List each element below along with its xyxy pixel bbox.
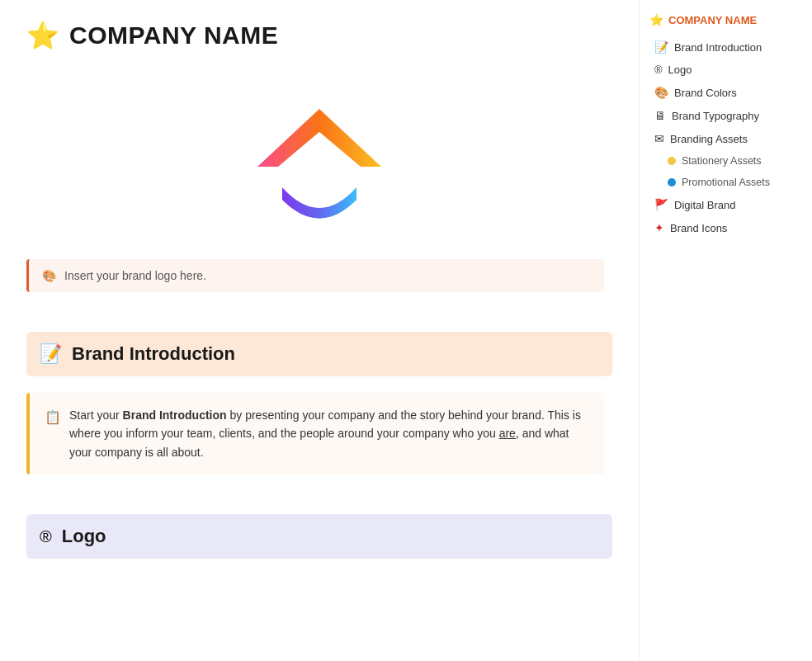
sidebar-item-brand-typography[interactable]: 🖥 Brand Typography (649, 105, 802, 126)
sidebar-star-icon: ⭐ (649, 13, 663, 26)
sidebar-item-brand-colors[interactable]: 🎨 Brand Colors (649, 82, 802, 103)
sidebar-item-logo[interactable]: ® Logo (649, 59, 802, 80)
main-content: ⭐ COMPANY NAME (0, 0, 639, 661)
brand-introduction-icon: 📝 (40, 343, 62, 365)
sidebar-promotional-assets-label: Promotional Assets (682, 177, 770, 188)
intro-underline: are (499, 427, 516, 440)
logo-section-title: Logo (62, 526, 106, 547)
insert-logo-icon: 🎨 (42, 269, 56, 282)
sidebar-item-digital-brand[interactable]: 🚩 Digital Brand (649, 194, 802, 215)
sidebar-logo-label: Logo (668, 64, 692, 76)
insert-logo-notice: 🎨 Insert your brand logo here. (26, 259, 604, 292)
sidebar-brand-intro-icon: 📝 (654, 40, 668, 54)
logo-header: ® Logo (26, 514, 612, 559)
sidebar-item-promotional-assets[interactable]: Promotional Assets (649, 172, 802, 192)
page-title: COMPANY NAME (69, 21, 278, 50)
sidebar-brand-typography-label: Brand Typography (672, 110, 759, 122)
info-box-text: Start your Brand Introduction by present… (69, 406, 589, 461)
sidebar-promotional-dot (668, 178, 676, 186)
page-header: ⭐ COMPANY NAME (26, 20, 612, 51)
logo-section-icon: ® (40, 527, 52, 546)
insert-logo-text: Insert your brand logo here. (64, 269, 206, 282)
sidebar-item-stationery-assets[interactable]: Stationery Assets (649, 151, 802, 171)
sidebar-brand-icons-label: Brand Icons (670, 222, 727, 234)
sidebar-company-name: COMPANY NAME (668, 14, 757, 26)
intro-info-box: 📋 Start your Brand Introduction by prese… (26, 393, 604, 475)
sidebar-brand-colors-icon: 🎨 (654, 86, 668, 99)
sidebar-branding-assets-label: Branding Assets (670, 133, 748, 145)
sidebar-brand-intro-label: Brand Introduction (674, 41, 762, 54)
logo-svg (253, 84, 385, 233)
sidebar-company[interactable]: ⭐ COMPANY NAME (649, 13, 802, 26)
sidebar-item-brand-introduction[interactable]: 📝 Brand Introduction (649, 36, 802, 58)
sidebar: ⭐ COMPANY NAME 📝 Brand Introduction ® Lo… (639, 0, 812, 661)
intro-bold: Brand Introduction (123, 408, 227, 422)
sidebar-digital-brand-label: Digital Brand (674, 199, 735, 211)
sidebar-item-branding-assets[interactable]: ✉ Branding Assets (649, 128, 802, 149)
logo-graphic (26, 84, 612, 233)
sidebar-brand-icons-icon: ✦ (654, 221, 664, 234)
sidebar-digital-brand-icon: 🚩 (654, 198, 668, 211)
info-box-icon: 📋 (45, 407, 61, 461)
sidebar-brand-colors-label: Brand Colors (674, 87, 737, 99)
sidebar-stationery-dot (668, 157, 676, 165)
brand-introduction-title: Brand Introduction (72, 343, 235, 365)
sidebar-branding-assets-icon: ✉ (654, 132, 664, 145)
sidebar-stationery-assets-label: Stationery Assets (682, 155, 762, 167)
sidebar-item-brand-icons[interactable]: ✦ Brand Icons (649, 217, 802, 238)
header-star-icon: ⭐ (26, 20, 59, 51)
sidebar-logo-icon: ® (654, 64, 663, 76)
brand-introduction-header: 📝 Brand Introduction (26, 332, 612, 376)
sidebar-brand-typography-icon: 🖥 (654, 109, 666, 122)
